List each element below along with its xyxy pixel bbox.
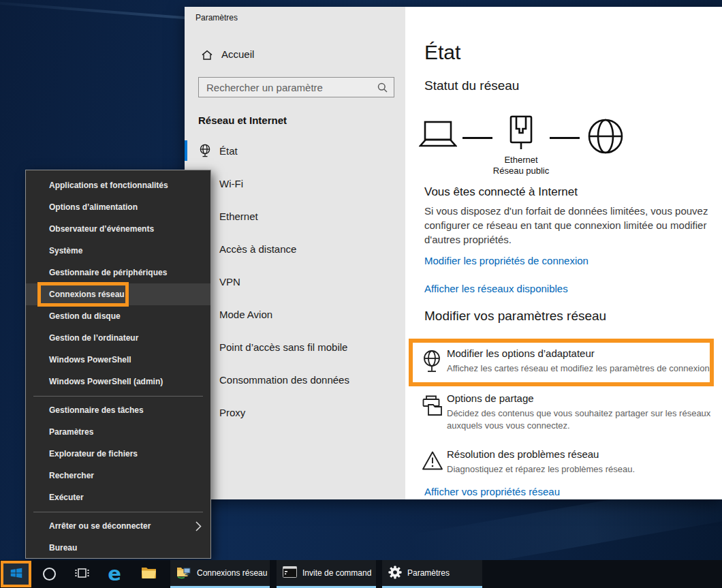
sidebar-item-label: Point d’accès sans fil mobile bbox=[219, 341, 347, 353]
sidebar-item-consommation-donnees[interactable]: Consommation des données bbox=[185, 363, 405, 396]
link-show-network-properties[interactable]: Afficher vos propriétés réseau bbox=[424, 486, 560, 497]
file-explorer-button[interactable] bbox=[135, 560, 162, 588]
chevron-right-icon bbox=[195, 521, 202, 533]
menu-separator bbox=[26, 392, 210, 399]
winx-item-system[interactable]: Système bbox=[26, 240, 210, 262]
link-change-connection-properties[interactable]: Modifier les propriétés de connexion bbox=[424, 255, 588, 266]
winx-item-device-manager[interactable]: Gestionnaire de périphériques bbox=[26, 262, 210, 283]
task-view-button[interactable] bbox=[68, 560, 95, 588]
laptop-icon bbox=[419, 120, 457, 153]
winx-item-file-explorer[interactable]: Explorateur de fichiers bbox=[26, 443, 210, 465]
taskbar-app-label: Paramètres bbox=[407, 568, 450, 578]
sidebar-section-heading: Réseau et Internet bbox=[198, 114, 287, 126]
sidebar-item-hotspot-mobile[interactable]: Point d’accès sans fil mobile bbox=[185, 330, 405, 363]
edge-browser-button[interactable]: e bbox=[101, 560, 128, 588]
link-show-available-networks[interactable]: Afficher les réseaux disponibles bbox=[424, 283, 568, 294]
winx-item-powershell-admin[interactable]: Windows PowerShell (admin) bbox=[26, 371, 210, 392]
winx-item-connexions-reseau[interactable]: Connexions réseau bbox=[26, 283, 210, 305]
cortana-button[interactable] bbox=[35, 560, 63, 588]
page-title: État bbox=[424, 41, 460, 64]
network-status-heading: Statut du réseau bbox=[424, 78, 519, 93]
taskbar-app-label: Connexions réseau bbox=[197, 568, 267, 578]
winx-item-label: Connexions réseau bbox=[49, 290, 125, 299]
cortana-icon bbox=[43, 568, 56, 581]
sidebar-item-label: Wi-Fi bbox=[219, 178, 243, 189]
taskbar-app-label: Invite de command bbox=[302, 568, 371, 578]
winx-item-computer-management[interactable]: Gestion de l’ordinateur bbox=[26, 327, 210, 349]
sidebar-item-home[interactable]: Accueil bbox=[185, 43, 405, 67]
sidebar-item-label: Accès à distance bbox=[219, 243, 296, 255]
card-description: Décidez des contenus que vous souhaitez … bbox=[447, 407, 713, 432]
winx-item-task-manager[interactable]: Gestionnaire des tâches bbox=[26, 399, 210, 421]
desktop: Paramètres Accueil Réseau et Internet bbox=[0, 0, 722, 588]
connection-name: Ethernet bbox=[473, 155, 569, 166]
card-title: Résolution des problèmes réseau bbox=[447, 448, 713, 460]
winx-item-desktop[interactable]: Bureau bbox=[26, 537, 210, 559]
winx-item-settings[interactable]: Paramètres bbox=[26, 421, 210, 443]
network-status-icon bbox=[199, 144, 211, 160]
winx-item-apps-features[interactable]: Applications et fonctionnalités bbox=[26, 174, 210, 196]
card-description: Affichez les cartes réseau et modifiez l… bbox=[447, 362, 713, 375]
internet-globe-icon bbox=[586, 117, 625, 158]
sidebar-nav: État Wi-Fi Ethernet Accès à distance VPN… bbox=[185, 134, 405, 429]
winx-item-search[interactable]: Rechercher bbox=[26, 465, 210, 486]
folder-icon bbox=[141, 566, 157, 582]
warning-triangle-icon bbox=[422, 450, 443, 474]
change-network-settings-heading: Modifier vos paramètres réseau bbox=[424, 309, 606, 324]
windows-logo-icon bbox=[9, 566, 24, 583]
sidebar-item-mode-avion[interactable]: Mode Avion bbox=[185, 298, 405, 330]
taskbar: e Connexions réseau bbox=[0, 560, 722, 588]
sidebar-item-proxy[interactable]: Proxy bbox=[185, 396, 405, 429]
menu-separator bbox=[26, 508, 210, 515]
adapter-globe-icon bbox=[422, 350, 442, 380]
home-icon bbox=[201, 49, 213, 64]
sidebar-item-ethernet[interactable]: Ethernet bbox=[185, 200, 405, 232]
connected-paragraph: Si vous disposez d'un forfait de données… bbox=[424, 204, 722, 247]
start-button[interactable] bbox=[1, 561, 31, 587]
winx-item-run[interactable]: Exécuter bbox=[26, 486, 210, 508]
sidebar-item-label: État bbox=[219, 145, 238, 157]
sidebar-item-vpn[interactable]: VPN bbox=[185, 265, 405, 298]
gear-icon bbox=[388, 566, 402, 581]
settings-sidebar: Paramètres Accueil Réseau et Internet bbox=[185, 7, 405, 499]
edge-icon: e bbox=[108, 564, 121, 584]
task-view-icon bbox=[75, 566, 89, 583]
selected-indicator bbox=[185, 140, 187, 161]
sidebar-item-label: Proxy bbox=[219, 407, 245, 418]
winx-item-shutdown[interactable]: Arrêter ou se déconnecter bbox=[26, 515, 210, 537]
card-sharing-options[interactable]: Options de partage Décidez des contenus … bbox=[422, 392, 713, 432]
card-title: Options de partage bbox=[447, 392, 713, 404]
winx-item-powershell[interactable]: Windows PowerShell bbox=[26, 349, 210, 371]
winx-item-label: Arrêter ou se déconnecter bbox=[49, 521, 151, 531]
ethernet-plug-icon bbox=[507, 114, 535, 157]
network-type: Réseau public bbox=[473, 166, 569, 176]
sharing-icon bbox=[422, 394, 443, 420]
sidebar-item-wifi[interactable]: Wi-Fi bbox=[185, 167, 405, 200]
connection-caption: Ethernet Réseau public bbox=[473, 155, 569, 176]
winx-item-disk-management[interactable]: Gestion du disque bbox=[26, 305, 210, 327]
search-input[interactable] bbox=[199, 78, 394, 97]
sidebar-item-etat[interactable]: État bbox=[185, 134, 405, 167]
sidebar-item-label: Ethernet bbox=[219, 211, 258, 222]
command-prompt-icon bbox=[283, 566, 297, 580]
connected-heading: Vous êtes connecté à Internet bbox=[424, 185, 578, 199]
settings-search-box bbox=[198, 77, 394, 97]
sidebar-item-acces-distance[interactable]: Accès à distance bbox=[185, 232, 405, 265]
settings-window: Paramètres Accueil Réseau et Internet bbox=[185, 7, 722, 499]
network-link-line bbox=[550, 137, 580, 139]
settings-main-pane: État Statut du réseau bbox=[405, 7, 722, 499]
winx-menu: Applications et fonctionnalités Options … bbox=[25, 170, 211, 559]
taskbar-app-invite-de-command[interactable]: Invite de command bbox=[277, 560, 376, 588]
search-icon bbox=[377, 82, 388, 95]
winx-item-event-viewer[interactable]: Observateur d’événements bbox=[26, 218, 210, 240]
taskbar-app-connexions-reseau[interactable]: Connexions réseau bbox=[170, 560, 270, 588]
card-adapter-options[interactable]: Modifier les options d’adaptateur Affich… bbox=[422, 347, 713, 375]
sidebar-item-label: VPN bbox=[219, 276, 240, 288]
winx-item-power-options[interactable]: Options d’alimentation bbox=[26, 196, 210, 218]
sidebar-item-label: Mode Avion bbox=[219, 309, 272, 320]
taskbar-app-parametres[interactable]: Paramètres bbox=[382, 560, 482, 588]
sidebar-item-label: Consommation des données bbox=[219, 374, 349, 386]
card-network-troubleshoot[interactable]: Résolution des problèmes réseau Diagnost… bbox=[422, 448, 713, 476]
network-connections-icon bbox=[176, 566, 191, 581]
card-title: Modifier les options d’adaptateur bbox=[447, 347, 713, 359]
